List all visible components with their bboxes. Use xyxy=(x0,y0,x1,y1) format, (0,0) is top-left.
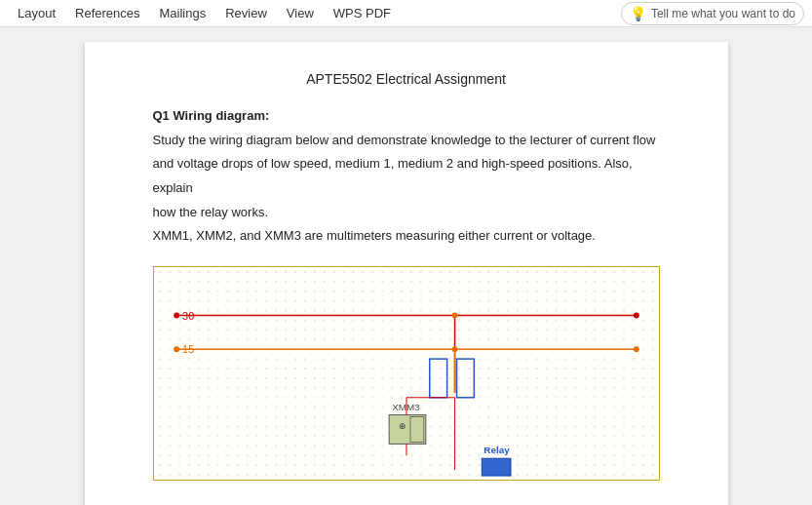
lightbulb-icon: 💡 xyxy=(630,6,646,21)
menubar: Layout References Mailings Review View W… xyxy=(0,0,812,27)
tell-me-bar[interactable]: 💡 Tell me what you want to do xyxy=(621,2,804,25)
paragraph-4: XMM1, XMM2, and XMM3 are multimeters mea… xyxy=(153,224,660,249)
svg-point-11 xyxy=(451,313,457,319)
svg-point-8 xyxy=(633,346,638,352)
svg-point-4 xyxy=(633,313,638,319)
svg-text:15: 15 xyxy=(182,343,194,355)
tell-me-text: Tell me what you want to do xyxy=(651,7,795,20)
paragraph-3: how the relay works. xyxy=(153,201,660,225)
menu-mailings[interactable]: Mailings xyxy=(150,2,216,24)
document-container: APTE5502 Electrical Assignment Q1 Wiring… xyxy=(0,27,812,505)
paragraph-2: and voltage drops of low speed, medium 1… xyxy=(153,152,660,200)
svg-rect-17 xyxy=(389,415,426,445)
svg-rect-24 xyxy=(482,458,511,476)
document-body: Q1 Wiring diagram: Study the wiring diag… xyxy=(153,104,660,249)
circuit-svg: 30 15 XMM3 xyxy=(154,267,659,480)
menu-layout[interactable]: Layout xyxy=(8,2,65,24)
svg-text:Relay: Relay xyxy=(483,445,510,455)
menu-wps-pdf[interactable]: WPS PDF xyxy=(324,2,401,24)
svg-point-3 xyxy=(174,313,179,319)
menu-review[interactable]: Review xyxy=(215,2,277,24)
svg-text:30: 30 xyxy=(182,310,194,322)
paragraph-1: Study the wiring diagram below and demon… xyxy=(153,129,660,153)
circuit-diagram: 30 15 XMM3 xyxy=(153,266,660,481)
svg-point-7 xyxy=(174,346,179,352)
svg-point-13 xyxy=(451,346,457,352)
document-page: APTE5502 Electrical Assignment Q1 Wiring… xyxy=(85,42,728,505)
svg-text:⊕: ⊕ xyxy=(399,422,406,432)
document-title: APTE5502 Electrical Assignment xyxy=(153,71,660,87)
menu-view[interactable]: View xyxy=(277,2,324,24)
menu-references[interactable]: References xyxy=(65,2,149,24)
question-heading: Q1 Wiring diagram: xyxy=(153,104,660,129)
